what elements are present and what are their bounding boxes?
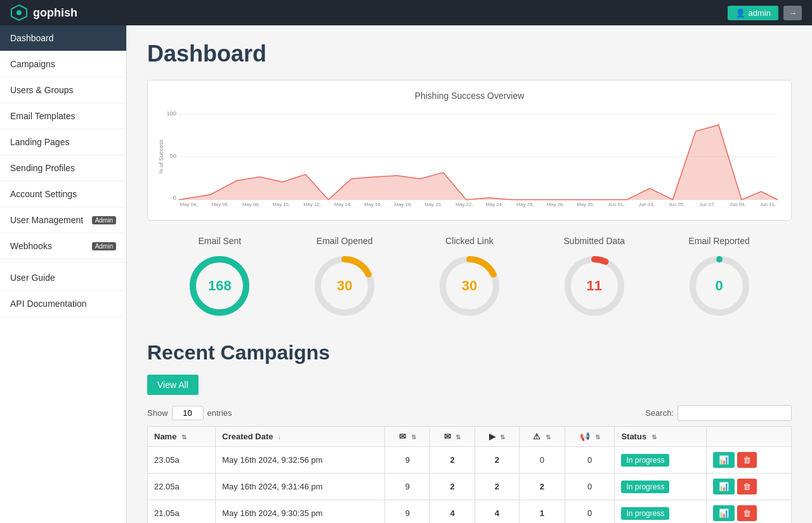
sidebar-item-dashboard[interactable]: Dashboard (0, 25, 126, 51)
table-row: 22.05a May 16th 2024, 9:31:46 pm 9 2 2 2… (148, 474, 792, 500)
cell-reported: 0 (565, 447, 615, 474)
stat-label-submitted: Submitted Data (564, 236, 625, 246)
cell-clicked: 2 (475, 447, 519, 474)
cell-clicked: 2 (475, 474, 519, 500)
svg-text:% of Success: % of Success (158, 139, 164, 174)
entries-label: entries (207, 408, 232, 418)
search-box: Search: (645, 405, 792, 421)
delete-button[interactable]: 🗑 (737, 479, 757, 494)
stats-button[interactable]: 📊 (713, 479, 735, 494)
table-row: 21.05a May 16th 2024, 9:30:35 pm 9 4 4 1… (148, 500, 792, 524)
cell-name: 22.05a (148, 474, 216, 500)
donut-clicked: 30 (435, 251, 504, 321)
donut-value-clicked: 30 (462, 278, 477, 294)
th-created-date[interactable]: Created Date ↓ (216, 427, 385, 447)
sidebar-item-label: Webhooks (10, 241, 52, 251)
stat-label-clicked: Clicked Link (445, 236, 493, 246)
section-title-recent-campaigns: Recent Campaigns (147, 341, 792, 365)
th-submitted[interactable]: ⚠ ⇅ (519, 427, 565, 447)
cell-clicked: 4 (475, 500, 519, 524)
cell-created: May 16th 2024, 9:31:46 pm (216, 474, 385, 500)
sidebar-item-user-guide[interactable]: User Guide (0, 265, 126, 291)
action-buttons: 📊 🗑 (713, 505, 785, 521)
delete-button[interactable]: 🗑 (737, 505, 757, 521)
cell-opened: 2 (430, 474, 475, 500)
donut-submitted: 11 (560, 251, 629, 321)
svg-text:50: 50 (170, 153, 176, 159)
th-status[interactable]: Status ⇅ (615, 427, 707, 447)
admin-button[interactable]: 👤 admin (728, 6, 778, 20)
svg-text:2024: 2024 (520, 206, 531, 207)
svg-text:2024: 2024 (763, 206, 774, 207)
sidebar-item-label: Dashboard (10, 33, 54, 43)
phishing-chart: % of Success 100 50 0 May 04, 2024 (158, 106, 781, 207)
stat-label-reported: Email Reported (688, 236, 750, 246)
sidebar-item-user-management[interactable]: User Management Admin (0, 207, 126, 233)
svg-text:2024: 2024 (215, 206, 226, 207)
svg-text:100: 100 (166, 110, 176, 117)
donut-value-submitted: 11 (587, 278, 602, 294)
stat-email-opened: Email Opened 30 (310, 236, 379, 321)
page-title: Dashboard (147, 41, 792, 67)
svg-text:2024: 2024 (367, 206, 379, 207)
view-all-button[interactable]: View All (147, 375, 199, 395)
chart-title: Phishing Success Overview (158, 91, 781, 101)
cell-opened: 4 (430, 500, 475, 524)
table-header-row: Name ⇅ Created Date ↓ ✉ ⇅ ✉ ⇅ ▶ ⇅ ⚠ ⇅ 📢 … (148, 427, 792, 447)
svg-text:2024: 2024 (337, 206, 349, 207)
search-input[interactable] (678, 405, 792, 421)
sidebar-item-webhooks[interactable]: Webhooks Admin (0, 233, 126, 259)
stat-clicked-link: Clicked Link 30 (435, 236, 504, 321)
show-count-input[interactable] (172, 406, 204, 420)
svg-text:2024: 2024 (428, 206, 440, 207)
status-badge: In progress (621, 507, 669, 520)
sidebar-item-label: Email Templates (10, 111, 75, 121)
th-clicked[interactable]: ▶ ⇅ (475, 427, 519, 447)
cell-name: 21.05a (148, 500, 216, 524)
cell-opened: 2 (430, 447, 475, 474)
cell-status: In progress (615, 474, 707, 500)
stats-button[interactable]: 📊 (713, 452, 735, 468)
cell-submitted: 1 (519, 500, 565, 524)
sidebar-item-label: Sending Profiles (10, 163, 75, 173)
sidebar-item-api-docs[interactable]: API Documentation (0, 291, 126, 317)
stat-label-sent: Email Sent (199, 236, 242, 246)
stats-button[interactable]: 📊 (713, 505, 735, 521)
sidebar-item-email-templates[interactable]: Email Templates (0, 103, 126, 129)
sidebar-item-landing-pages[interactable]: Landing Pages (0, 129, 126, 155)
donut-value-opened: 30 (337, 278, 352, 294)
cell-created: May 16th 2024, 9:32:56 pm (216, 447, 385, 474)
table-controls: Show entries Search: (147, 405, 792, 421)
sidebar-item-sending-profiles[interactable]: Sending Profiles (0, 155, 126, 181)
svg-text:2024: 2024 (183, 206, 195, 207)
svg-text:2024: 2024 (246, 206, 257, 207)
sidebar: Dashboard Campaigns Users & Groups Email… (0, 25, 127, 523)
cell-sent: 9 (385, 500, 430, 524)
sidebar-item-campaigns[interactable]: Campaigns (0, 51, 126, 77)
th-reported[interactable]: 📢 ⇅ (565, 427, 615, 447)
th-name[interactable]: Name ⇅ (148, 427, 216, 447)
svg-text:0: 0 (173, 195, 176, 201)
th-opened[interactable]: ✉ ⇅ (430, 427, 475, 447)
stat-label-opened: Email Opened (317, 236, 373, 246)
sidebar-item-label: Account Settings (10, 189, 77, 199)
svg-text:2024: 2024 (398, 206, 409, 207)
sidebar-item-users-groups[interactable]: Users & Groups (0, 77, 126, 103)
logo-icon (10, 4, 28, 22)
svg-text:2024: 2024 (611, 206, 622, 207)
brand-name: gophish (33, 6, 77, 20)
delete-button[interactable]: 🗑 (737, 452, 757, 468)
sidebar-item-label: Landing Pages (10, 137, 69, 147)
cell-reported: 0 (565, 474, 615, 500)
th-sent[interactable]: ✉ ⇅ (385, 427, 430, 447)
sidebar-divider (0, 262, 126, 262)
sidebar-item-label: Users & Groups (10, 85, 74, 95)
stat-submitted-data: Submitted Data 11 (560, 236, 629, 321)
cell-actions: 📊 🗑 (706, 500, 791, 524)
action-buttons: 📊 🗑 (713, 479, 785, 494)
logout-button[interactable]: → (783, 6, 802, 20)
sidebar-item-account-settings[interactable]: Account Settings (0, 181, 126, 207)
cell-status: In progress (615, 447, 707, 474)
user-icon: 👤 (735, 8, 745, 18)
cell-submitted: 0 (519, 447, 565, 474)
